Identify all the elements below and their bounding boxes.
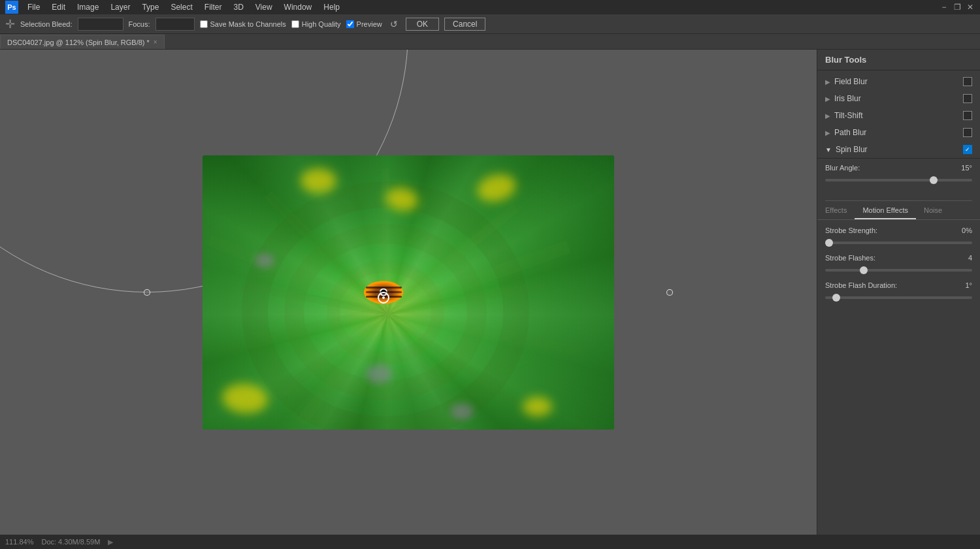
selection-bleed-input[interactable] xyxy=(78,18,123,31)
menu-type[interactable]: Type xyxy=(137,1,164,13)
menu-filter[interactable]: Filter xyxy=(199,1,227,13)
path-blur-label: Path Blur xyxy=(834,128,963,137)
flower-spot-4 xyxy=(301,168,336,193)
handle-left[interactable] xyxy=(144,289,150,296)
preview-checkbox[interactable] xyxy=(346,20,354,28)
preview-label[interactable]: Preview xyxy=(346,20,382,28)
menu-window[interactable]: Window xyxy=(279,1,318,13)
tool-icon: ✛ xyxy=(5,17,15,31)
menu-bar: Ps File Edit Image Layer Type Select Fil… xyxy=(0,0,980,14)
tab-filename: DSC04027.jpg @ 112% (Spin Blur, RGB/8) * xyxy=(7,39,150,46)
doc-info: Doc: 4.30M/8.59M xyxy=(41,538,100,546)
window-controls: − ❐ ✕ xyxy=(939,3,975,12)
high-quality-checkbox[interactable] xyxy=(291,20,299,28)
tab-close-button[interactable]: × xyxy=(154,39,157,46)
effects-tabs: Effects Motion Effects Noise xyxy=(817,202,980,220)
tilt-shift-checkbox[interactable] xyxy=(963,111,972,120)
zoom-level: 111.84% xyxy=(5,538,33,546)
blur-tools-list: ▶ Field Blur ▶ Iris Blur ▶ Tilt-Shift ▶ … xyxy=(817,71,980,199)
panel-header: Blur Tools xyxy=(817,50,980,71)
close-button[interactable]: ✕ xyxy=(966,3,975,12)
strobe-strength-label-row: Strobe Strength: 0% xyxy=(825,227,972,234)
app-logo: Ps xyxy=(5,1,18,14)
strobe-strength-value: 0% xyxy=(962,227,972,234)
field-blur-chevron: ▶ xyxy=(825,78,830,86)
strobe-strength-slider[interactable] xyxy=(825,242,972,244)
strobe-duration-label-row: Strobe Flash Duration: 1° xyxy=(825,281,972,289)
spin-blur-chevron: ▼ xyxy=(825,146,832,153)
tab-bar: DSC04027.jpg @ 112% (Spin Blur, RGB/8) *… xyxy=(0,34,980,50)
tilt-shift-item[interactable]: ▶ Tilt-Shift xyxy=(817,107,980,124)
focus-label: Focus: xyxy=(129,20,150,28)
purple-spot-1 xyxy=(366,364,392,384)
high-quality-label[interactable]: High Quality xyxy=(291,20,341,28)
path-blur-chevron: ▶ xyxy=(825,129,830,136)
strobe-flashes-label: Strobe Flashes: xyxy=(825,254,875,262)
path-blur-item[interactable]: ▶ Path Blur xyxy=(817,124,980,141)
minimize-button[interactable]: − xyxy=(939,3,949,12)
blur-angle-slider[interactable] xyxy=(825,179,972,181)
tilt-shift-chevron: ▶ xyxy=(825,112,830,119)
spin-blur-image xyxy=(203,155,614,430)
tab-noise[interactable]: Noise xyxy=(916,202,950,219)
handle-right[interactable] xyxy=(666,289,673,296)
panel-separator-1 xyxy=(825,200,972,201)
spin-blur-details: Blur Angle: 15° xyxy=(817,158,980,196)
strobe-strength-row: Strobe Strength: 0% xyxy=(825,227,972,246)
strobe-strength-label: Strobe Strength: xyxy=(825,227,877,234)
purple-spot-2 xyxy=(451,403,474,420)
focus-point[interactable] xyxy=(378,292,389,304)
status-arrow[interactable]: ▶ xyxy=(108,538,113,546)
ok-button[interactable]: OK xyxy=(406,18,439,31)
menu-help[interactable]: Help xyxy=(318,1,345,13)
spin-blur-checkbox[interactable]: ✓ xyxy=(963,145,972,154)
menu-image[interactable]: Image xyxy=(72,1,104,13)
focus-input[interactable] xyxy=(155,18,195,31)
canvas-area[interactable] xyxy=(0,50,817,535)
strobe-duration-label: Strobe Flash Duration: xyxy=(825,281,897,289)
iris-blur-label: Iris Blur xyxy=(834,94,963,103)
strobe-flashes-slider[interactable] xyxy=(825,269,972,272)
main-layout: Blur Tools ▶ Field Blur ▶ Iris Blur ▶ Ti… xyxy=(0,50,980,535)
iris-blur-chevron: ▶ xyxy=(825,95,830,102)
menu-view[interactable]: View xyxy=(250,1,278,13)
spin-blur-label: Spin Blur xyxy=(836,145,963,154)
save-mask-label[interactable]: Save Mask to Channels xyxy=(200,20,286,28)
checkmark-icon: ✓ xyxy=(965,146,970,153)
strobe-duration-slider[interactable] xyxy=(825,296,972,299)
stripe-1 xyxy=(366,287,402,289)
tab-effects[interactable]: Effects xyxy=(817,202,855,219)
strobe-flashes-label-row: Strobe Flashes: 4 xyxy=(825,254,972,262)
restore-button[interactable]: ❐ xyxy=(953,3,962,12)
field-blur-label: Field Blur xyxy=(834,77,963,86)
menu-layer[interactable]: Layer xyxy=(105,1,135,13)
menu-edit[interactable]: Edit xyxy=(46,1,71,13)
purple-spot-3 xyxy=(255,253,274,268)
motion-effects-content: Strobe Strength: 0% Strobe Flashes: 4 St… xyxy=(817,220,980,315)
tilt-shift-label: Tilt-Shift xyxy=(834,111,963,120)
refresh-button[interactable]: ↺ xyxy=(387,18,400,31)
status-bar: 111.84% Doc: 4.30M/8.59M ▶ xyxy=(0,535,980,549)
blur-angle-label-row: Blur Angle: 15° xyxy=(825,164,972,172)
iris-blur-checkbox[interactable] xyxy=(963,94,972,103)
menu-file[interactable]: File xyxy=(22,1,45,13)
field-blur-checkbox[interactable] xyxy=(963,77,972,86)
strobe-duration-value: 1° xyxy=(965,281,972,289)
field-blur-item[interactable]: ▶ Field Blur xyxy=(817,73,980,90)
strobe-flashes-row: Strobe Flashes: 4 xyxy=(825,254,972,274)
document-tab[interactable]: DSC04027.jpg @ 112% (Spin Blur, RGB/8) *… xyxy=(0,35,165,49)
path-blur-checkbox[interactable] xyxy=(963,128,972,137)
iris-blur-item[interactable]: ▶ Iris Blur xyxy=(817,90,980,107)
spin-blur-item[interactable]: ▼ Spin Blur ✓ xyxy=(817,141,980,158)
save-mask-checkbox[interactable] xyxy=(200,20,208,28)
selection-bleed-label: Selection Bleed: xyxy=(20,20,73,28)
menu-select[interactable]: Select xyxy=(165,1,197,13)
flower-spot-5 xyxy=(523,397,552,416)
cancel-button[interactable]: Cancel xyxy=(444,18,485,31)
tab-motion-effects[interactable]: Motion Effects xyxy=(855,202,916,219)
menu-3d[interactable]: 3D xyxy=(228,1,248,13)
image-background xyxy=(203,155,614,430)
strobe-flashes-value: 4 xyxy=(968,254,972,262)
blur-tools-title: Blur Tools xyxy=(825,55,866,65)
blur-angle-row: Blur Angle: 15° xyxy=(825,164,972,183)
